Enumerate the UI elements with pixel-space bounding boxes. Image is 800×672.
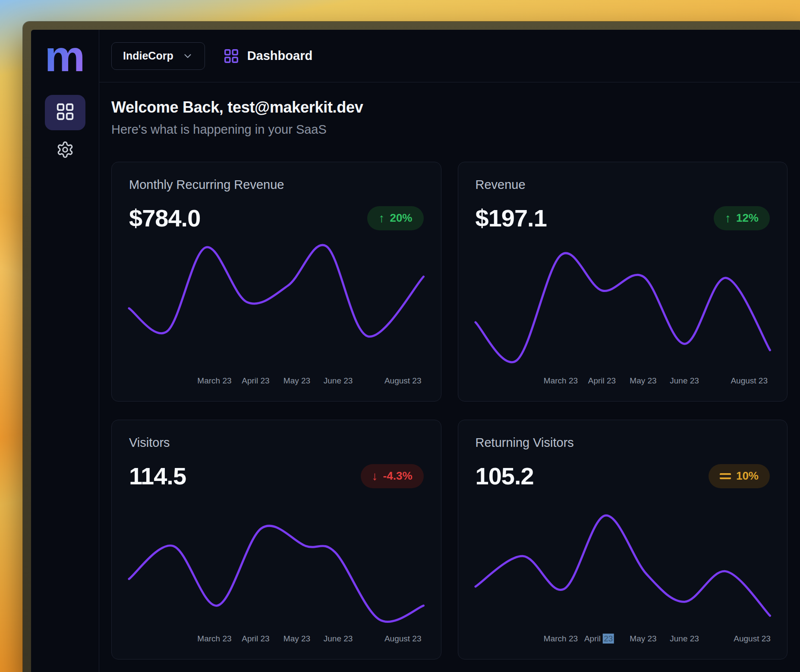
x-axis-label: August 23 [384, 634, 422, 644]
x-axis-labels: March 23April 23May 23June 23August 23 [129, 376, 424, 388]
page-title: Dashboard [247, 49, 312, 63]
team-selector-button[interactable]: IndieCorp [111, 42, 205, 70]
line-chart-svg [476, 500, 770, 627]
badge-text: -4.3% [383, 469, 413, 483]
chart-line [476, 253, 770, 362]
dashboard-content: Welcome Back, test@makerkit.dev Here's w… [99, 82, 800, 672]
x-axis-label: March 23 [544, 634, 578, 644]
x-axis-label: May 23 [630, 376, 656, 386]
trend-down-icon: ↓ [372, 469, 378, 483]
card-title: Monthly Recurring Revenue [129, 178, 424, 192]
metric-card: Revenue$197.1↑12%March 23April 23May 23J… [458, 162, 788, 402]
welcome-heading: Welcome Back, test@makerkit.dev [111, 98, 787, 116]
team-selector-label: IndieCorp [123, 50, 173, 62]
card-title: Visitors [129, 436, 424, 450]
dashboard-grid-icon [223, 48, 239, 64]
sidebar-item-settings[interactable] [45, 135, 85, 166]
x-axis-labels: March 23April 23May 23June 23August 23 [129, 634, 424, 646]
x-axis-label: August 23 [731, 376, 768, 386]
card-value: $784.0 [129, 204, 200, 232]
metric-cards-grid: Monthly Recurring Revenue$784.0↑20%March… [111, 162, 787, 659]
sidebar-item-dashboard[interactable] [45, 95, 85, 130]
grid-icon [55, 102, 75, 123]
line-chart-svg [129, 242, 424, 369]
card-title: Revenue [476, 178, 770, 192]
x-axis-label: May 23 [630, 634, 656, 644]
x-axis-label: August 23 [384, 376, 422, 386]
x-axis-label: April 23 [242, 376, 269, 386]
trend-flat-icon [720, 473, 731, 479]
card-value: $197.1 [476, 204, 547, 232]
card-value-row: 114.5↓-4.3% [129, 462, 424, 490]
x-axis-labels: March 23April 23May 23June 23August 23 [476, 634, 770, 646]
card-value: 114.5 [129, 462, 186, 490]
chart-line [129, 245, 424, 336]
card-value-row: $784.0↑20% [129, 204, 424, 232]
card-value: 105.2 [476, 462, 534, 490]
line-chart-svg [129, 500, 424, 627]
trend-badge: ↓-4.3% [361, 464, 424, 488]
line-chart-svg [476, 242, 770, 369]
x-axis-label: June 23 [324, 376, 353, 386]
badge-text: 10% [736, 469, 759, 483]
chart-line [129, 526, 424, 622]
metric-card: Visitors114.5↓-4.3%March 23April 23May 2… [111, 420, 441, 659]
x-axis-label: May 23 [283, 376, 310, 386]
x-axis-label: June 23 [670, 376, 699, 386]
line-chart [476, 242, 770, 369]
app-logo: m [44, 43, 85, 71]
app-window: m [23, 22, 800, 672]
x-axis-label: April 23 [584, 634, 614, 644]
line-chart [476, 500, 770, 627]
line-chart [129, 242, 424, 369]
badge-text: 12% [736, 211, 759, 225]
selected-text-highlight: 23 [603, 634, 614, 644]
breadcrumb: Dashboard [223, 48, 312, 64]
top-header: IndieCorp Dashboard [99, 30, 800, 82]
trend-badge: ↑20% [367, 206, 423, 230]
gear-icon [56, 141, 74, 160]
x-axis-label: April 23 [242, 634, 269, 644]
chart-line [476, 515, 770, 615]
metric-card: Monthly Recurring Revenue$784.0↑20%March… [111, 162, 441, 402]
x-axis-label: August 23 [734, 634, 771, 644]
trend-badge: ↑12% [714, 206, 770, 230]
badge-text: 20% [390, 211, 412, 225]
x-axis-label: May 23 [283, 634, 310, 644]
trend-up-icon: ↑ [378, 211, 384, 225]
line-chart [129, 500, 424, 627]
x-axis-label: June 23 [670, 634, 699, 644]
card-value-row: 105.210% [476, 462, 770, 490]
x-axis-labels: March 23April 23May 23June 23August 23 [476, 376, 770, 388]
card-title: Returning Visitors [476, 436, 770, 450]
app-content: m [31, 30, 800, 672]
x-axis-label: April 23 [588, 376, 616, 386]
main-panel: IndieCorp Dashboard [99, 30, 800, 672]
chevron-down-icon [182, 50, 193, 62]
x-axis-label: March 23 [544, 376, 578, 386]
card-value-row: $197.1↑12% [476, 204, 770, 232]
trend-badge: 10% [709, 464, 770, 488]
sidebar-nav [45, 95, 85, 166]
desktop-wallpaper: m [0, 0, 800, 672]
x-axis-label: June 23 [324, 634, 353, 644]
x-axis-label: March 23 [197, 376, 231, 386]
sidebar: m [31, 30, 99, 672]
trend-up-icon: ↑ [725, 211, 731, 225]
welcome-subtitle: Here's what is happening in your SaaS [111, 122, 787, 137]
metric-card: Returning Visitors105.210%March 23April … [458, 420, 788, 659]
x-axis-label: March 23 [197, 634, 231, 644]
